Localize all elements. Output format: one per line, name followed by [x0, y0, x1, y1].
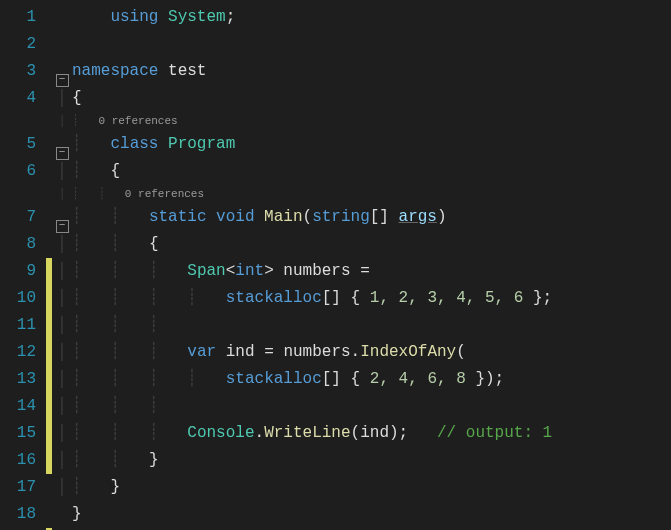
code-line[interactable]: −namespace test [46, 58, 671, 85]
line-number: 16 [6, 447, 36, 474]
code-line[interactable]: } [46, 501, 671, 528]
type-span: Span [187, 262, 225, 280]
code-line[interactable]: │┊ ┊ } [46, 447, 671, 474]
number-literals: 2, 4, 6, 8 [370, 370, 466, 388]
line-number: 11 [6, 312, 36, 339]
code-line[interactable]: │┊ ┊ ┊ ┊ stackalloc[] { 2, 4, 6, 8 }); [46, 366, 671, 393]
keyword-stackalloc: stackalloc [226, 289, 322, 307]
line-number: 13 [6, 366, 36, 393]
code-editor[interactable]: 1 2 3 4 5 6 7 8 9 10 11 12 13 14 15 16 1… [0, 0, 671, 530]
code-content[interactable]: using System; −namespace test │{ │┊ 0 re… [46, 0, 671, 530]
line-number: 1 [6, 4, 36, 31]
keyword-void: void [216, 208, 254, 226]
codelens[interactable]: │┊ 0 references [46, 112, 671, 131]
type-console: Console [187, 424, 254, 442]
number-literals: 1, 2, 3, 4, 5, 6 [370, 289, 524, 307]
code-line[interactable]: │┊ ┊ { [46, 231, 671, 258]
ident-ind: ind [226, 343, 255, 361]
code-line[interactable]: │┊ ┊ ┊ [46, 312, 671, 339]
ident-ind: ind [360, 424, 389, 442]
ident-numbers: numbers [283, 343, 350, 361]
code-line[interactable]: │┊ ┊ ┊ var ind = numbers.IndexOfAny( [46, 339, 671, 366]
type-system: System [168, 8, 226, 26]
line-number: 8 [6, 231, 36, 258]
line-number: 12 [6, 339, 36, 366]
line-number: 3 [6, 58, 36, 85]
code-line[interactable]: │{ [46, 85, 671, 112]
line-number: 4 [6, 85, 36, 112]
line-number-spacer [6, 185, 36, 204]
line-number-spacer [6, 112, 36, 131]
line-number: 17 [6, 474, 36, 501]
code-line[interactable]: │┊ ┊ ┊ Span<int> numbers = [46, 258, 671, 285]
ident-test: test [168, 62, 206, 80]
line-number: 6 [6, 158, 36, 185]
param-args: args [399, 208, 437, 226]
keyword-namespace: namespace [72, 62, 158, 80]
comment: // output: 1 [437, 424, 552, 442]
method-indexofany: IndexOfAny [360, 343, 456, 361]
keyword-string: string [312, 208, 370, 226]
keyword-static: static [149, 208, 207, 226]
line-number: 10 [6, 285, 36, 312]
keyword-class: class [110, 135, 158, 153]
code-line[interactable]: −┊ ┊ static void Main(string[] args) [46, 204, 671, 231]
line-number: 5 [6, 131, 36, 158]
keyword-using: using [110, 8, 158, 26]
code-line[interactable]: │┊ } [46, 474, 671, 501]
codelens[interactable]: │┊ ┊ 0 references [46, 185, 671, 204]
code-line[interactable]: │┊ ┊ ┊ [46, 393, 671, 420]
code-line[interactable] [46, 31, 671, 58]
code-line[interactable]: │┊ { [46, 158, 671, 185]
code-line[interactable]: −┊ class Program [46, 131, 671, 158]
code-line[interactable]: │┊ ┊ ┊ ┊ stackalloc[] { 1, 2, 3, 4, 5, 6… [46, 285, 671, 312]
line-number-gutter: 1 2 3 4 5 6 7 8 9 10 11 12 13 14 15 16 1… [0, 0, 46, 530]
ident-numbers: numbers [283, 262, 350, 280]
line-number: 2 [6, 31, 36, 58]
line-number: 18 [6, 501, 36, 528]
keyword-stackalloc: stackalloc [226, 370, 322, 388]
method-writeline: WriteLine [264, 424, 350, 442]
line-number: 14 [6, 393, 36, 420]
keyword-var: var [187, 343, 216, 361]
code-line[interactable]: using System; [46, 4, 671, 31]
keyword-int: int [235, 262, 264, 280]
type-program: Program [168, 135, 235, 153]
code-line[interactable]: │┊ ┊ ┊ Console.WriteLine(ind); // output… [46, 420, 671, 447]
line-number: 15 [6, 420, 36, 447]
method-main: Main [264, 208, 302, 226]
line-number: 9 [6, 258, 36, 285]
line-number: 7 [6, 204, 36, 231]
